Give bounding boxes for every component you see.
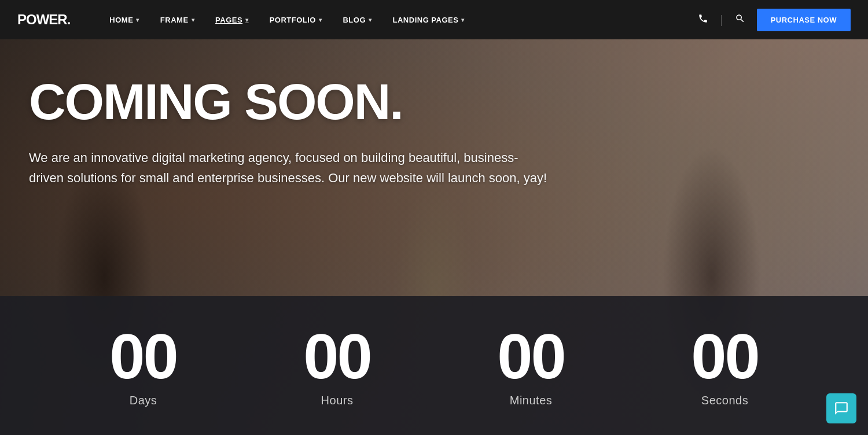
- chevron-down-icon: ▾: [245, 17, 249, 23]
- hours-value: 00: [303, 325, 370, 388]
- purchase-now-button[interactable]: PURCHASE NOW: [757, 9, 851, 31]
- nav-item-frame[interactable]: FRAME ▾: [150, 0, 205, 39]
- countdown-seconds: 00 Seconds: [691, 325, 758, 407]
- nav-item-landing-pages[interactable]: LANDING PAGES ▾: [382, 0, 475, 39]
- nav-item-home[interactable]: HOME ▾: [99, 0, 150, 39]
- minutes-value: 00: [497, 325, 564, 388]
- hero-content: COMING SOON. We are an innovative digita…: [0, 39, 868, 188]
- countdown-days: 00 Days: [109, 325, 176, 407]
- nav-item-pages[interactable]: PAGES ▾: [205, 0, 259, 39]
- countdown-container: 00 Days 00 Hours 00 Minutes 00 Seconds: [0, 296, 868, 435]
- navbar: POWER. HOME ▾ FRAME ▾ PAGES ▾ PORTFOLIO …: [0, 0, 868, 39]
- chat-widget-button[interactable]: [826, 393, 856, 423]
- chevron-down-icon: ▾: [369, 17, 372, 23]
- seconds-value: 00: [691, 325, 758, 388]
- countdown-minutes: 00 Minutes: [497, 325, 564, 407]
- hero-section: COMING SOON. We are an innovative digita…: [0, 39, 868, 435]
- search-icon[interactable]: [732, 10, 748, 30]
- chevron-down-icon: ▾: [136, 17, 139, 23]
- chevron-down-icon: ▾: [192, 17, 195, 23]
- nav-right: | PURCHASE NOW: [695, 9, 851, 31]
- seconds-label: Seconds: [701, 394, 748, 407]
- days-value: 00: [109, 325, 176, 388]
- nav-item-portfolio[interactable]: PORTFOLIO ▾: [259, 0, 333, 39]
- chevron-down-icon: ▾: [319, 17, 322, 23]
- chevron-down-icon: ▾: [461, 17, 465, 23]
- phone-icon[interactable]: [695, 10, 711, 30]
- nav-item-blog[interactable]: BLOG ▾: [332, 0, 382, 39]
- countdown-hours: 00 Hours: [303, 325, 370, 407]
- days-label: Days: [130, 394, 157, 407]
- nav-divider: |: [720, 13, 723, 27]
- brand-logo[interactable]: POWER.: [17, 12, 70, 28]
- chat-icon: [834, 401, 849, 416]
- coming-soon-title: COMING SOON.: [29, 74, 839, 130]
- hours-label: Hours: [321, 394, 354, 407]
- hero-description: We are an innovative digital marketing a…: [29, 148, 550, 188]
- minutes-label: Minutes: [510, 394, 553, 407]
- nav-links: HOME ▾ FRAME ▾ PAGES ▾ PORTFOLIO ▾ BLOG …: [99, 0, 695, 39]
